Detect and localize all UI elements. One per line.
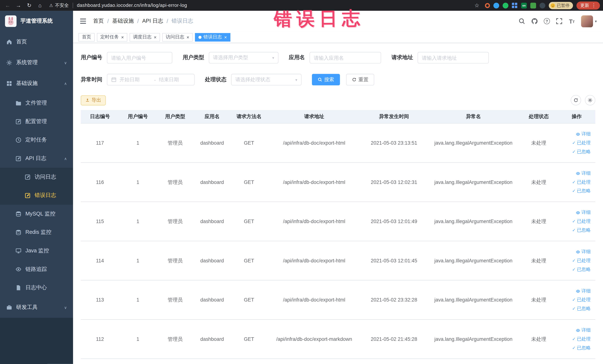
extension-on-badge-icon[interactable]: on: [521, 2, 527, 8]
cell-method: GET: [231, 297, 268, 303]
tab-scheduled-tasks[interactable]: 定时任务×: [97, 33, 127, 41]
extension-orange-ring-icon[interactable]: [485, 3, 490, 8]
font-size-icon[interactable]: [568, 18, 575, 24]
browser-refresh-icon[interactable]: ↻: [25, 1, 34, 10]
sidebar-item-api-logs[interactable]: API 日志∧: [0, 149, 73, 168]
column-settings-button[interactable]: [585, 95, 595, 105]
extension-dark-icon[interactable]: [540, 2, 545, 8]
breadcrumb-item[interactable]: 首页: [93, 18, 104, 24]
app-name-input[interactable]: [310, 52, 381, 63]
user-id-input[interactable]: [107, 52, 172, 63]
cell-app: dashboard: [194, 297, 231, 303]
detail-link[interactable]: 详细: [576, 131, 591, 137]
sidebar-item-file-management[interactable]: 文件管理: [0, 94, 73, 112]
breadcrumb-separator: /: [137, 18, 139, 24]
extension-green-circle-icon[interactable]: [503, 2, 509, 8]
table-row: 1151管理员dashboardGET/api/infra/db-doc/exp…: [81, 202, 595, 241]
reset-button[interactable]: 重置: [346, 74, 374, 85]
extension-blue-drop-icon[interactable]: [493, 2, 499, 8]
cell-id: 115: [81, 218, 119, 224]
mark-ignored-link[interactable]: ✓已忽略: [572, 227, 591, 234]
detail-link[interactable]: 详细: [576, 170, 591, 176]
mark-ignored-link[interactable]: ✓已忽略: [572, 345, 591, 351]
sidebar-item-log-center[interactable]: 日志中心: [0, 279, 73, 297]
detail-link[interactable]: 详细: [576, 248, 591, 255]
browser-menu-icon[interactable]: ⋮: [591, 3, 596, 8]
column-header: 处理状态: [520, 113, 558, 120]
browser-home-icon[interactable]: ⌂: [35, 1, 45, 10]
mark-ignored-link[interactable]: ✓已忽略: [572, 149, 591, 155]
column-header: 请求方法名: [231, 113, 268, 120]
tab-error-log[interactable]: 错误日志×: [195, 33, 231, 41]
mark-processed-link[interactable]: ✓已处理: [572, 218, 591, 224]
tab-schedule-log[interactable]: 调度日志×: [129, 33, 160, 41]
sidebar-item-scheduled-tasks[interactable]: 定时任务: [0, 131, 73, 149]
request-url-input[interactable]: [418, 52, 489, 63]
paused-extension-badge[interactable]: 已暂停: [549, 2, 573, 9]
mark-processed-link[interactable]: ✓已处理: [572, 257, 591, 264]
browser-update-button[interactable]: 更新 ⋮: [577, 1, 600, 10]
sidebar-item-dev-tools[interactable]: 研发工具∨: [0, 297, 73, 318]
sidebar-item-error-log[interactable]: 错误日志: [0, 186, 73, 205]
detail-link[interactable]: 详细: [576, 288, 591, 294]
cell-status: 未处理: [520, 218, 558, 225]
close-icon[interactable]: ×: [224, 35, 227, 39]
breadcrumb-item[interactable]: 基础设施: [112, 18, 134, 24]
cell-exception: java.lang.IllegalArgumentException: [427, 258, 520, 263]
cell-actions: 详细✓已处理✓已忽略: [558, 248, 595, 273]
sidebar-item-java-monitor[interactable]: Java 监控: [0, 242, 73, 260]
cell-user_id: 1: [119, 140, 156, 146]
extension-leaf-icon[interactable]: [530, 2, 536, 8]
sidebar-item-config-management[interactable]: 配置管理: [0, 112, 73, 131]
extension-blue-grid-icon[interactable]: [512, 2, 518, 8]
close-icon[interactable]: ×: [121, 35, 124, 39]
mark-processed-link[interactable]: ✓已处理: [572, 336, 591, 342]
bookmark-star-icon[interactable]: ☆: [472, 1, 482, 10]
process-status-select[interactable]: 请选择处理状态 ▾: [231, 74, 302, 85]
sidebar-menu: 首页系统管理∨基础设施∧文件管理配置管理定时任务API 日志∧访问日志错误日志M…: [0, 32, 73, 318]
github-icon[interactable]: [531, 18, 538, 24]
detail-link[interactable]: 详细: [576, 327, 591, 333]
sidebar-item-system-management[interactable]: 系统管理∨: [0, 52, 73, 73]
app-logo[interactable]: 芋道管理系统: [0, 11, 73, 32]
sidebar-item-access-log[interactable]: 访问日志: [0, 168, 73, 186]
close-icon[interactable]: ×: [186, 35, 189, 39]
column-header: 日志编号: [81, 113, 119, 120]
mark-processed-link[interactable]: ✓已处理: [572, 297, 591, 303]
search-icon[interactable]: [518, 18, 525, 24]
help-icon[interactable]: [544, 18, 550, 24]
search-button[interactable]: 搜索: [312, 74, 340, 85]
user-menu[interactable]: ▾: [581, 15, 597, 27]
user-type-select[interactable]: 请选择用户类型 ▾: [209, 52, 278, 63]
tab-label: 访问日志: [166, 34, 184, 40]
app-name-label: 应用名: [289, 54, 305, 61]
sidebar-item-mysql-monitor[interactable]: MySQL 监控: [0, 205, 73, 223]
hamburger-icon[interactable]: [79, 17, 87, 25]
export-button[interactable]: 导出: [81, 95, 106, 105]
detail-link[interactable]: 详细: [576, 209, 591, 216]
sidebar-item-redis-monitor[interactable]: Redis 监控: [0, 223, 73, 242]
cell-url: /api/infra/db-doc/export-html: [268, 179, 361, 185]
sidebar-item-label: 定时任务: [25, 137, 47, 143]
tab-home[interactable]: 首页: [78, 33, 94, 41]
mark-ignored-link[interactable]: ✓已忽略: [572, 188, 591, 194]
sidebar-item-infrastructure[interactable]: 基础设施∧: [0, 73, 73, 94]
refresh-table-button[interactable]: [571, 95, 581, 105]
sidebar-item-home[interactable]: 首页: [0, 32, 73, 52]
mark-processed-link[interactable]: ✓已处理: [572, 140, 591, 146]
check-icon: ✓: [572, 219, 576, 224]
close-icon[interactable]: ×: [154, 35, 157, 39]
breadcrumb-separator: /: [167, 18, 168, 24]
browser-forward-icon[interactable]: →: [14, 1, 23, 10]
address-bar[interactable]: ⚠ 不安全 dashboard.yudao.iocoder.cn/infra/l…: [49, 2, 187, 9]
tab-access-log[interactable]: 访问日志×: [162, 33, 193, 41]
sidebar-item-trace[interactable]: 链路追踪: [0, 260, 73, 279]
browser-back-icon[interactable]: ←: [3, 1, 12, 10]
breadcrumb-item[interactable]: API 日志: [142, 18, 163, 24]
exception-time-range-picker[interactable]: 开始日期 - 结束日期: [107, 74, 195, 85]
fullscreen-icon[interactable]: [556, 18, 563, 24]
mark-ignored-link[interactable]: ✓已忽略: [572, 266, 591, 273]
mark-processed-link[interactable]: ✓已处理: [572, 179, 591, 186]
mark-ignored-link[interactable]: ✓已忽略: [572, 305, 591, 312]
check-icon: ✓: [572, 306, 576, 311]
